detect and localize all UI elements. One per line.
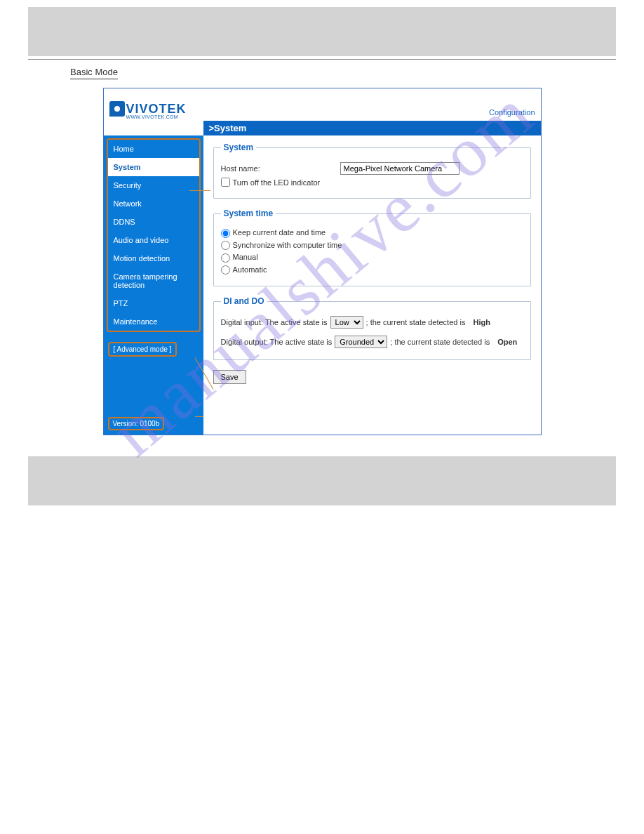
- time-radio-keep[interactable]: [221, 229, 230, 238]
- sidebar-item-audio-video[interactable]: Audio and video: [108, 231, 199, 249]
- callout-line: [189, 190, 210, 191]
- topbar: VIVOTEK WWW.VIVOTEK.COM Configuration: [104, 88, 541, 121]
- callout-line-2: [195, 416, 203, 417]
- do-select[interactable]: Grounded: [335, 336, 387, 348]
- sidebar-item-ddns[interactable]: DDNS: [108, 213, 199, 231]
- di-do-legend: DI and DO: [221, 296, 267, 306]
- brand-logo: VIVOTEK WWW.VIVOTEK.COM: [109, 101, 187, 119]
- di-mid: ; the current state detected is: [366, 318, 466, 326]
- time-opt-keep: Keep current date and time: [233, 228, 326, 237]
- header-rule: [28, 59, 616, 60]
- main-pane: System Host name: Turn off the LED indic…: [203, 135, 541, 435]
- sidebar-item-maintenance[interactable]: Maintenance: [108, 312, 199, 331]
- time-radio-sync[interactable]: [221, 241, 230, 250]
- time-opt-manual: Manual: [233, 253, 258, 261]
- time-opt-sync: Synchronize with computer time: [233, 241, 342, 249]
- system-time-fieldset: System time Keep current date and time S…: [213, 208, 531, 286]
- page-title: >System: [203, 121, 541, 135]
- do-mid: ; the current state detected is: [390, 338, 490, 346]
- advanced-mode-badge[interactable]: [ Advanced mode ]: [108, 342, 177, 357]
- config-ui-window: VIVOTEK WWW.VIVOTEK.COM Configuration >S…: [103, 88, 542, 435]
- version-badge: Version: 0100b: [108, 417, 165, 430]
- sidebar: Home System Security Network DDNS Audio …: [104, 135, 203, 435]
- hostname-input[interactable]: [340, 162, 459, 175]
- basic-mode-label: Basic Mode: [70, 67, 118, 79]
- led-label: Turn off the LED indicator: [233, 178, 321, 187]
- sidebar-item-motion-detection[interactable]: Motion detection: [108, 249, 199, 267]
- system-legend: System: [221, 143, 257, 152]
- di-prefix: Digital input: The active state is: [221, 318, 328, 326]
- sidebar-item-network[interactable]: Network: [108, 194, 199, 213]
- sidebar-item-system[interactable]: System: [108, 158, 199, 176]
- di-select[interactable]: Low: [330, 316, 363, 329]
- led-checkbox[interactable]: [221, 178, 230, 187]
- save-button[interactable]: Save: [213, 370, 246, 384]
- system-fieldset: System Host name: Turn off the LED indic…: [213, 143, 531, 199]
- configuration-link[interactable]: Configuration: [489, 108, 535, 117]
- time-radio-manual[interactable]: [221, 253, 230, 263]
- do-state: Open: [497, 338, 517, 346]
- nav-highlight-box: Home System Security Network DDNS Audio …: [107, 138, 201, 332]
- sidebar-item-ptz[interactable]: PTZ: [108, 294, 199, 312]
- do-prefix: Digital output: The active state is: [221, 338, 333, 346]
- footer-band: [28, 456, 616, 505]
- di-do-fieldset: DI and DO Digital input: The active stat…: [213, 296, 531, 360]
- di-state: High: [473, 318, 490, 326]
- sidebar-item-security[interactable]: Security: [108, 176, 199, 194]
- vivotek-logo-icon: [109, 101, 125, 117]
- header-band: [28, 7, 616, 56]
- time-radio-auto[interactable]: [221, 265, 230, 274]
- time-opt-auto: Automatic: [233, 265, 267, 274]
- sidebar-item-camera-tampering[interactable]: Camera tampering detection: [108, 267, 199, 294]
- sidebar-item-home[interactable]: Home: [108, 140, 199, 158]
- brand-subtext: WWW.VIVOTEK.COM: [126, 114, 187, 119]
- system-time-legend: System time: [221, 208, 276, 218]
- hostname-label: Host name:: [221, 164, 340, 173]
